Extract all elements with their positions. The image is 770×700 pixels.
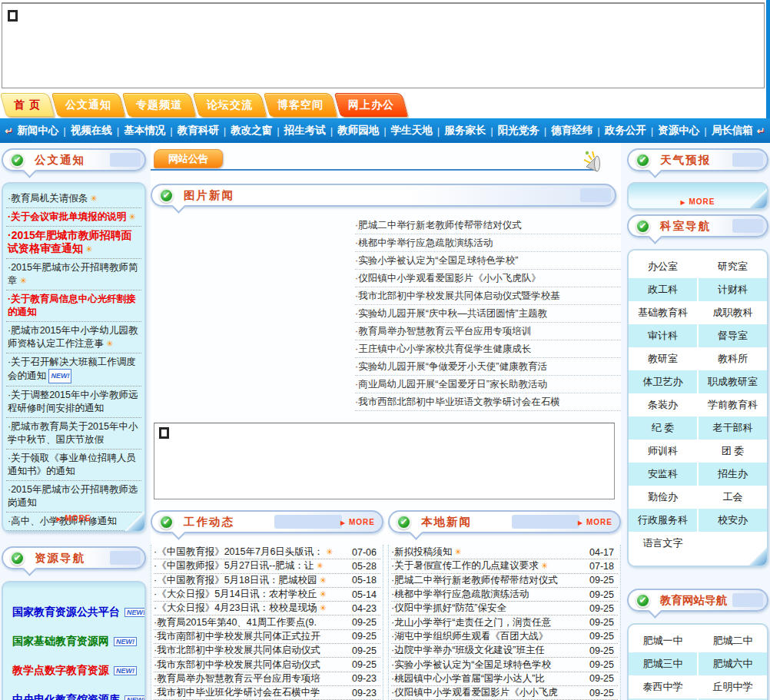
local-news-more-link[interactable]: ▶ MORE bbox=[578, 518, 612, 526]
grid-link[interactable]: 勤俭办 bbox=[629, 486, 699, 509]
grid-link[interactable]: 工会 bbox=[699, 486, 767, 509]
grid-link[interactable]: 泰西中学 bbox=[629, 675, 699, 698]
grid-link[interactable]: 学前教育科 bbox=[699, 393, 767, 416]
grid-link[interactable]: 丘明中学 bbox=[699, 675, 767, 698]
grid-link[interactable]: 教研室 bbox=[629, 347, 699, 370]
photo-news-item[interactable]: ·王庄镇中心小学家校共育促学生健康成长 bbox=[355, 340, 621, 358]
nav-item-11[interactable]: 德育经纬 bbox=[551, 124, 592, 138]
grid-link[interactable]: 条装办 bbox=[629, 393, 699, 416]
grid-link[interactable]: 招生办 bbox=[699, 463, 767, 486]
news-row[interactable]: ·关于暑假宣传工作的几点建议要求 ✳07-18 bbox=[391, 559, 618, 573]
grid-link[interactable]: 纪 委 bbox=[629, 416, 699, 440]
nav-item-3[interactable]: 基本情况 bbox=[124, 124, 165, 138]
news-row[interactable]: ·仪阳中学抓好“防范”保安全09-25 bbox=[391, 602, 618, 615]
news-row[interactable]: ·《大众日报》5月14日讯：农村学校丘 ✳05-14 bbox=[154, 588, 380, 602]
nav-item-14[interactable]: 局长信箱 bbox=[712, 124, 753, 138]
news-row[interactable]: ·湖屯中学组织师生观看《百团大战》09-25 bbox=[391, 630, 618, 644]
news-row[interactable]: ·教育局2015年第40、41周工作要点(9.09-25 bbox=[154, 615, 380, 629]
notice-item[interactable]: ·关于调整2015年中小学教师远程研修时间安排的通知 bbox=[6, 386, 141, 418]
notice-item[interactable]: ·2015年肥城市教师招聘面试资格审查通知 ✳ bbox=[6, 227, 141, 259]
photo-news-item[interactable]: ·商业局幼儿园开展“全国爱牙日”家长助教活动 bbox=[355, 376, 621, 393]
nav-item-5[interactable]: 教改之窗 bbox=[231, 124, 272, 138]
news-row[interactable]: ·实验小学被认定为“全国足球特色学校09-25 bbox=[391, 658, 618, 672]
grid-link[interactable]: 教科所 bbox=[699, 347, 767, 370]
work-news-more-link[interactable]: ▶ MORE bbox=[340, 518, 375, 526]
photo-news-item[interactable]: ·我市西部北部初中毕业班语文教学研讨会在石横 bbox=[355, 393, 621, 411]
news-row[interactable]: ·《中国教师报》5月27日讯--肥城：让 ✳05-28 bbox=[154, 559, 380, 573]
news-row[interactable]: ·我市北部初中学校发展共同体启动仪式09-25 bbox=[154, 644, 380, 658]
news-row[interactable]: ·桃都中学举行应急疏散演练活动09-25 bbox=[391, 588, 618, 602]
grid-link[interactable]: 校安办 bbox=[699, 509, 767, 532]
news-row[interactable]: ·教育局举办智慧教育云平台应用专项培09-23 bbox=[154, 672, 380, 686]
notice-item[interactable]: ·关于领取《事业单位招聘人员通知书》的通知 bbox=[6, 450, 141, 481]
grid-link[interactable]: 师训科 bbox=[629, 440, 699, 463]
news-row[interactable]: ·《中国教育报》5月18日讯：肥城校园 ✳05-18 bbox=[154, 574, 380, 588]
grid-link[interactable]: 安监科 bbox=[629, 463, 699, 486]
grid-link[interactable]: 职成教研室 bbox=[699, 370, 767, 393]
tab-2[interactable]: 公文通知 bbox=[51, 93, 125, 117]
announcement-tab[interactable]: 网站公告 bbox=[154, 149, 223, 168]
photo-news-item[interactable]: ·桃都中学举行应急疏散演练活动 bbox=[355, 234, 621, 252]
photo-news-item[interactable]: ·实验幼儿园开展“庆中秋—共话团圆情”主题教 bbox=[355, 305, 621, 323]
notice-item[interactable]: ·关于教育局信息中心光纤割接的通知 bbox=[6, 290, 141, 322]
resource-link[interactable]: 中央电化教育馆资源库NEW! bbox=[12, 685, 140, 700]
grid-link[interactable]: 肥城三中 bbox=[629, 652, 699, 675]
photo-news-item[interactable]: ·仪阳镇中小学观看爱国影片《小小飞虎队》 bbox=[355, 270, 621, 287]
news-row[interactable]: ·《中国教育报》2015年7月6日头版讯： ✳07-06 bbox=[154, 546, 380, 559]
grid-link[interactable]: 肥城二中 bbox=[699, 629, 767, 652]
nav-item-7[interactable]: 教师园地 bbox=[337, 124, 379, 138]
news-row[interactable]: ·我市初中毕业班化学研讨会在石横中学09-23 bbox=[154, 686, 380, 700]
notice-item[interactable]: ·关于会议审批单填报的说明 ✳ bbox=[6, 208, 141, 227]
notice-item[interactable]: ·关于召开解决大班额工作调度会的通知 NEW! bbox=[6, 353, 141, 386]
notice-item[interactable]: ·2015年肥城市公开招聘教师考察体检通知 bbox=[6, 531, 141, 532]
notice-item[interactable]: ·2015年肥城市公开招聘教师选岗通知 bbox=[6, 481, 141, 513]
grid-link[interactable]: 计财科 bbox=[699, 278, 767, 301]
photo-news-item[interactable]: ·实验幼儿园开展“争做爱牙小天使”健康教育活 bbox=[355, 358, 621, 376]
grid-link[interactable]: 基础教育科 bbox=[629, 301, 699, 324]
tab-4[interactable]: 论坛交流 bbox=[193, 93, 267, 117]
nav-item-6[interactable]: 招生考试 bbox=[284, 124, 326, 138]
grid-link[interactable]: 行政服务科 bbox=[629, 509, 699, 532]
grid-link[interactable]: 体卫艺办 bbox=[629, 370, 699, 393]
photo-news-item[interactable]: ·我市北部初中学校发展共同体启动仪式暨学校基 bbox=[355, 287, 621, 305]
nav-item-13[interactable]: 资源中心 bbox=[658, 124, 699, 138]
grid-link[interactable]: 督导室 bbox=[699, 324, 767, 347]
tab-3[interactable]: 专题频道 bbox=[122, 93, 196, 117]
tab-1[interactable]: 首 页 bbox=[0, 93, 55, 117]
news-row[interactable]: ·肥城二中举行新老教师传帮带结对仪式09-25 bbox=[391, 574, 618, 588]
resource-link[interactable]: 教学点数字教育资源NEW! bbox=[12, 656, 140, 685]
notice-item[interactable]: ·肥城市2015年中小学幼儿园教师资格认定工作注意事 ✳ bbox=[6, 322, 141, 353]
nav-item-9[interactable]: 服务家长 bbox=[444, 124, 486, 138]
notices-more-link[interactable]: ▶ MORE bbox=[57, 514, 91, 523]
nav-item-4[interactable]: 教育科研 bbox=[178, 124, 219, 138]
nav-item-10[interactable]: 阳光党务 bbox=[498, 124, 539, 138]
grid-link[interactable]: 政工科 bbox=[629, 278, 699, 301]
news-row[interactable]: ·《大众日报》4月23日讯：校校是现场 ✳04-23 bbox=[154, 602, 380, 615]
notice-item[interactable]: ·肥城市教育局关于2015年中小学中秋节、国庆节放假 bbox=[6, 418, 141, 450]
nav-item-1[interactable]: 新闻中心 bbox=[17, 124, 58, 138]
grid-link[interactable]: 老干部科 bbox=[699, 416, 767, 440]
grid-link[interactable]: 办公室 bbox=[629, 255, 699, 278]
news-row[interactable]: ·我市东部初中学校发展共同体启动仪式09-25 bbox=[154, 658, 380, 672]
news-row[interactable]: ·龙山小学举行“走责任之门，润责任意09-25 bbox=[391, 615, 618, 629]
news-row[interactable]: ·仪阳镇中小学观看爱国影片《小小飞虎09-25 bbox=[391, 686, 618, 700]
grid-link[interactable]: 研究室 bbox=[699, 255, 767, 278]
tab-6[interactable]: 网上办公 bbox=[334, 93, 408, 117]
nav-item-12[interactable]: 政务公开 bbox=[605, 124, 646, 138]
grid-link[interactable]: 审计科 bbox=[629, 324, 699, 347]
resource-link[interactable]: 国家教育资源公共平台NEW! bbox=[12, 598, 140, 627]
photo-news-item[interactable]: ·肥城二中举行新老教师传帮带结对仪式 bbox=[355, 217, 621, 234]
tab-5[interactable]: 博客空间 bbox=[264, 93, 337, 117]
grid-link[interactable]: 肥城一中 bbox=[629, 629, 699, 652]
grid-link[interactable]: 肥城六中 bbox=[699, 652, 767, 675]
nav-item-8[interactable]: 学生天地 bbox=[391, 124, 433, 138]
resource-link[interactable]: 国家基础教育资源网NEW! bbox=[12, 627, 140, 656]
grid-link[interactable]: 语言文字 bbox=[629, 532, 699, 555]
photo-news-item[interactable]: ·教育局举办智慧教育云平台应用专项培训 bbox=[355, 323, 621, 340]
weather-more-link[interactable]: ▶ MORE bbox=[681, 197, 715, 206]
news-row[interactable]: ·桃园镇中心小学首届“国学小达人”比09-25 bbox=[391, 672, 618, 686]
notice-item[interactable]: ·教育局机关请假条 ✳ bbox=[6, 190, 141, 208]
nav-item-2[interactable]: 视频在线 bbox=[71, 124, 112, 138]
grid-link[interactable]: 团 委 bbox=[699, 440, 767, 463]
photo-news-item[interactable]: ·实验小学被认定为“全国足球特色学校” bbox=[355, 252, 621, 270]
